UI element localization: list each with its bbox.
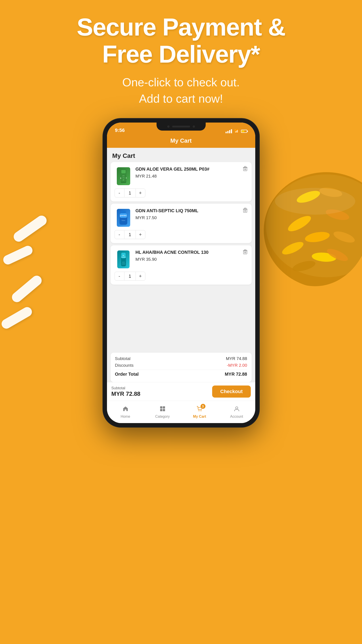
bottom-nav: Home Category <box>107 401 255 423</box>
app-header-title: My Cart <box>171 137 191 144</box>
svg-rect-49 <box>160 406 162 408</box>
category-icon <box>160 406 166 414</box>
svg-point-55 <box>236 407 238 409</box>
nav-mycart[interactable]: 3 My Cart <box>181 406 218 418</box>
svg-text:acne: acne <box>122 262 125 263</box>
cart-item-3: HL AHA/BHA acne control HL AHA/BHA ACNE … <box>111 245 252 285</box>
nav-category[interactable]: Category <box>144 406 181 418</box>
item-2-qty-value: 1 <box>124 230 136 239</box>
svg-rect-50 <box>163 406 165 408</box>
item-3-increase[interactable]: + <box>136 272 145 281</box>
cart-item-1: guardian aloe vera gel GDN ALOE VERA <box>111 162 252 202</box>
status-time: 9:56 <box>115 128 125 133</box>
phone-frame: 9:56 📶 My Cart <box>103 118 259 427</box>
home-icon <box>122 406 129 414</box>
nav-mycart-label: My Cart <box>193 414 206 418</box>
item-3-quantity: - 1 + <box>115 272 248 281</box>
item-3-price: MYR 35.90 <box>136 257 240 262</box>
summary-subtotal-row: Subtotal MYR 74.88 <box>115 356 247 361</box>
item-2-delete[interactable] <box>243 208 248 214</box>
checkout-bar: Subtotal MYR 72.88 Checkout <box>107 382 255 401</box>
cart-items-list: guardian aloe vera gel GDN ALOE VERA <box>107 162 255 350</box>
checkout-subtotal: Subtotal MYR 72.88 <box>111 386 141 397</box>
nav-home-label: Home <box>121 414 130 418</box>
item-3-qty-value: 1 <box>124 272 136 281</box>
cart-content: My Cart guardian <box>107 148 255 382</box>
nav-account[interactable]: Account <box>218 406 255 418</box>
svg-rect-32 <box>244 208 246 209</box>
app-header: My Cart <box>107 135 255 148</box>
item-2-decrease[interactable]: - <box>115 230 124 239</box>
cart-section-title: My Cart <box>107 148 255 162</box>
item-2-quantity: - 1 + <box>115 230 248 239</box>
item-1-details: GDN ALOE VERA GEL 250ML P03# MYR 21.48 <box>136 166 240 179</box>
item-2-image: guardian 750ml <box>115 208 132 228</box>
status-icons: 📶 <box>225 129 247 133</box>
checkout-subtotal-label: Subtotal <box>111 386 141 390</box>
item-3-decrease[interactable]: - <box>115 272 124 281</box>
item-2-details: GDN ANTI-SEPTIC LIQ 750ML MYR 17.50 <box>136 208 240 220</box>
svg-rect-21 <box>244 166 246 167</box>
svg-text:AHA/BHA: AHA/BHA <box>121 256 126 258</box>
item-3-delete[interactable] <box>243 249 248 256</box>
item-1-image: guardian aloe vera gel <box>115 166 132 186</box>
svg-text:vera: vera <box>122 177 125 178</box>
svg-text:gel: gel <box>123 179 124 180</box>
svg-rect-51 <box>160 409 162 411</box>
item-2-increase[interactable]: + <box>136 230 145 239</box>
phone-screen: 9:56 📶 My Cart <box>107 122 255 423</box>
item-3-name: HL AHA/BHA ACNE CONTROL 130 <box>136 249 240 255</box>
item-1-quantity: - 1 + <box>115 188 248 198</box>
item-1-delete[interactable] <box>243 166 248 173</box>
svg-rect-27 <box>121 211 126 214</box>
decorative-capsules <box>259 152 362 286</box>
svg-rect-52 <box>163 409 165 411</box>
nav-cart-wrapper: 3 <box>196 406 203 414</box>
battery-icon <box>241 130 247 133</box>
order-total-value: MYR 72.88 <box>225 372 247 377</box>
discounts-label: Discounts <box>115 363 134 368</box>
checkout-subtotal-value: MYR 72.88 <box>111 390 141 397</box>
phone-mockup: 9:56 📶 My Cart <box>103 118 259 427</box>
hero-title: Secure Payment & Free Delivery* <box>0 14 362 68</box>
svg-rect-44 <box>244 250 246 250</box>
order-total-label: Order Total <box>115 372 139 377</box>
summary-total-row: Order Total MYR 72.88 <box>115 372 247 377</box>
notch-speaker <box>172 126 190 128</box>
nav-home[interactable]: Home <box>107 406 144 418</box>
item-1-price: MYR 21.48 <box>136 174 240 179</box>
discounts-value: -MYR 2.00 <box>227 363 247 368</box>
svg-rect-14 <box>121 170 126 173</box>
checkout-button[interactable]: Checkout <box>212 386 251 398</box>
wifi-icon: 📶 <box>234 129 239 133</box>
signal-icon <box>225 129 232 133</box>
item-1-increase[interactable]: + <box>136 188 145 198</box>
cart-badge: 3 <box>200 404 205 409</box>
svg-text:aloe: aloe <box>122 175 125 176</box>
notch-camera <box>167 126 170 128</box>
nav-category-label: Category <box>155 414 170 418</box>
item-3-image: HL AHA/BHA acne control <box>115 249 132 270</box>
cart-item-2: guardian 750ml GDN ANTI-SEPTIC LIQ 750ML… <box>111 204 252 243</box>
svg-text:control: control <box>122 263 125 264</box>
phone-notch <box>157 122 206 130</box>
subtotal-value: MYR 74.88 <box>226 356 247 361</box>
hero-subtitle: One-click to check out. Add to cart now! <box>0 74 362 107</box>
account-icon <box>234 406 240 414</box>
svg-text:HL: HL <box>123 255 124 256</box>
svg-point-53 <box>198 410 199 411</box>
svg-point-12 <box>275 188 355 215</box>
svg-point-54 <box>200 410 201 411</box>
svg-text:guardian: guardian <box>120 215 127 216</box>
item-1-decrease[interactable]: - <box>115 188 124 198</box>
item-1-qty-value: 1 <box>124 188 136 198</box>
nav-account-label: Account <box>230 414 243 418</box>
subtotal-label: Subtotal <box>115 356 131 361</box>
item-1-name: GDN ALOE VERA GEL 250ML P03# <box>136 166 240 172</box>
svg-text:750ml: 750ml <box>122 220 125 221</box>
hero-section: Secure Payment & Free Delivery* One-clic… <box>0 14 362 107</box>
summary-discounts-row: Discounts -MYR 2.00 <box>115 363 247 368</box>
item-3-details: HL AHA/BHA ACNE CONTROL 130 MYR 35.90 <box>136 249 240 262</box>
item-2-price: MYR 17.50 <box>136 215 240 220</box>
item-2-name: GDN ANTI-SEPTIC LIQ 750ML <box>136 208 240 214</box>
